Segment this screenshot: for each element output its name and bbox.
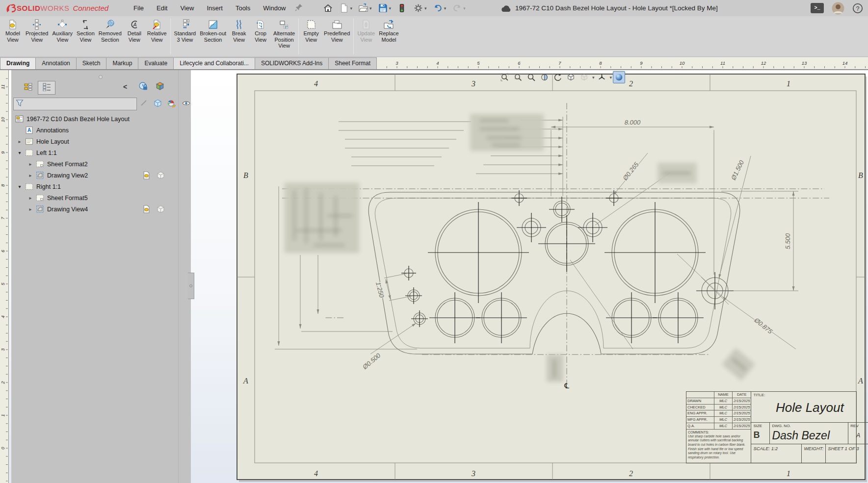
caret-down-icon[interactable]: ▾ [350, 6, 353, 11]
hud-hide-show-button[interactable] [578, 71, 590, 83]
replace-model-button[interactable]: ReplaceModel [377, 16, 400, 56]
help-icon[interactable]: ? [852, 3, 863, 14]
tree-item-left-1-1[interactable]: ▾Left 1:1 [11, 147, 178, 158]
tree-expander-icon[interactable]: ▸ [17, 139, 23, 144]
tree-item-right-1-1[interactable]: ▾Right 1:1 [11, 181, 178, 192]
panel-grip-icon[interactable] [99, 75, 103, 79]
toolbar-button-label: View [273, 43, 295, 49]
hud-3d-view-button[interactable] [565, 71, 577, 83]
caret-down-icon[interactable]: ▾ [610, 75, 612, 80]
caret-down-icon[interactable]: ▾ [424, 6, 427, 11]
display-states-icon[interactable] [167, 99, 176, 109]
open-button[interactable]: ▾ [357, 2, 373, 14]
tree-expander-icon[interactable]: ▾ [17, 150, 23, 155]
document-title-text: 1967-72 C10 Dash Bezel Hole Layout - Hol… [515, 4, 718, 12]
broken-out-section-button[interactable]: Broken-outSection [198, 16, 228, 56]
toolbar-button-label: View [147, 37, 167, 43]
hud-hide-show-icon [580, 73, 588, 81]
removed-section-icon [105, 19, 115, 30]
hud-zoom-button[interactable] [525, 71, 537, 83]
detail-view-button[interactable]: ADetailView [124, 16, 145, 56]
settings-button[interactable]: ▾ [412, 2, 428, 14]
no-pencil-icon[interactable] [140, 99, 148, 109]
hud-zoom-area-button[interactable] [512, 71, 524, 83]
section-view-button[interactable]: SectionView [75, 16, 97, 56]
transparent-cube-icon[interactable] [154, 99, 162, 109]
tree-item-hole-layout[interactable]: ▸Hole Layout [11, 136, 178, 147]
dwg-no-label: DWG. NO. [772, 424, 846, 428]
tab-sketch[interactable]: Sketch [76, 57, 107, 69]
tree-item-sheet-format2[interactable]: ▸Sheet Format2 [11, 158, 178, 170]
status-light-button[interactable] [395, 2, 409, 14]
alternate-position-view-button[interactable]: AlternatePositionView [271, 16, 297, 56]
dim-overall-height[interactable]: 5.500 [784, 233, 791, 249]
tree-item-label: Drawing View4 [47, 206, 88, 213]
empty-view-button[interactable]: EmptyView [300, 16, 322, 56]
panel-splitter-handle[interactable] [188, 273, 194, 299]
approval-date: 2/15/2025 [733, 398, 751, 404]
collapse-panel-arrow[interactable]: < [123, 83, 127, 91]
relative-view-button[interactable]: RelativeView [145, 16, 169, 56]
hud-section-button[interactable] [538, 71, 551, 83]
tab-feature-tree[interactable] [19, 81, 37, 95]
tab-markup[interactable]: Markup [106, 57, 138, 69]
caret-down-icon[interactable]: ▾ [389, 6, 392, 11]
removed-section-button[interactable]: RemovedSection [97, 16, 124, 56]
redo-button[interactable]: ▾ [450, 2, 467, 14]
tab-solidworks-add-ins[interactable]: SOLIDWORKS Add-Ins [255, 57, 329, 69]
tab-sheet-format[interactable]: Sheet Format [328, 57, 377, 69]
hud-rotate-button[interactable] [552, 71, 564, 83]
auxiliary-view-button[interactable]: AuxiliaryView [50, 16, 75, 56]
tree-root-item[interactable]: 1967-72 C10 Dash Bezel Hole Layout [11, 113, 178, 125]
predefined-view-button[interactable]: PredefinedView [322, 16, 352, 56]
approval-header-row: NAMEDATE [686, 392, 751, 398]
caret-down-icon[interactable]: ▾ [369, 6, 372, 11]
crop-view-button[interactable]: CropView [250, 16, 271, 56]
menu-tools[interactable]: Tools [229, 2, 257, 14]
tree-expander-icon[interactable]: ▸ [27, 161, 33, 167]
size-value: B [753, 430, 767, 440]
tab-lifecycle-and-collaborati[interactable]: Lifecycle and Collaborati... [173, 57, 255, 69]
tree-item-drawing-view4[interactable]: ▸Drawing View4 [11, 203, 178, 215]
undo-button[interactable]: ▾ [431, 2, 448, 14]
new-document-button[interactable]: ▾ [338, 2, 354, 14]
model-view-button[interactable]: ModelView [2, 16, 24, 56]
tree-expander-icon[interactable]: ▸ [27, 173, 33, 178]
tree-item-annotations[interactable]: AAnnotations [11, 125, 178, 136]
tab-drawing[interactable]: Drawing [0, 57, 36, 69]
tree-expander-icon[interactable]: ▾ [17, 184, 23, 189]
hide-show-icon[interactable] [182, 99, 190, 109]
pin-icon[interactable] [294, 3, 303, 14]
tree-expander-icon[interactable]: ▸ [27, 195, 33, 201]
tab-display-pane[interactable] [38, 81, 55, 95]
tab-evaluate[interactable]: Evaluate [138, 57, 174, 69]
caret-down-icon[interactable]: ▾ [463, 6, 466, 11]
home-button[interactable] [321, 2, 335, 14]
hud-orientation-button[interactable] [596, 71, 608, 83]
save-button[interactable]: ▾ [376, 2, 393, 14]
menu-insert[interactable]: Insert [200, 2, 229, 14]
caret-down-icon[interactable]: ▾ [592, 75, 595, 80]
user-avatar[interactable] [832, 2, 844, 15]
hud-display-style-button[interactable] [613, 71, 625, 83]
tree-filter-input[interactable] [13, 98, 137, 110]
standard-3-view-button[interactable]: Standard3 View [172, 16, 198, 56]
tab-annotation[interactable]: Annotation [35, 57, 76, 69]
hud-zoom-fit-button[interactable] [499, 71, 511, 83]
caret-down-icon[interactable]: ▾ [444, 6, 447, 11]
break-view-button[interactable]: BreakView [228, 16, 250, 56]
view-cube-icon[interactable] [156, 82, 164, 93]
lock-status-icon[interactable] [139, 82, 148, 93]
menu-view[interactable]: View [174, 2, 200, 14]
hud-rotate-icon [553, 73, 562, 81]
menu-edit[interactable]: Edit [150, 2, 174, 14]
projected-view-button[interactable]: ProjectedView [24, 16, 50, 56]
svg-text:?: ? [856, 5, 860, 12]
menu-file[interactable]: File [127, 2, 150, 14]
tree-item-drawing-view2[interactable]: ▸Drawing View2 [11, 170, 178, 181]
tree-expander-icon[interactable]: ▸ [27, 206, 33, 212]
tree-item-sheet-format5[interactable]: ▸Sheet Format5 [11, 192, 178, 203]
command-console-icon[interactable]: >_ [811, 3, 824, 13]
menu-window[interactable]: Window [257, 2, 292, 14]
dim-overall-width[interactable]: 8.000 [625, 119, 641, 126]
